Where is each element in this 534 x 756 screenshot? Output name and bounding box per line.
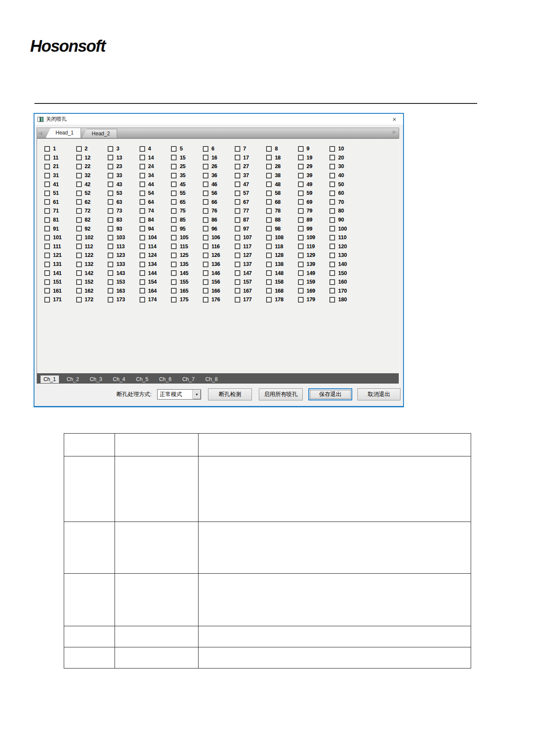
- nozzle-checkbox-131[interactable]: [44, 262, 50, 267]
- nozzle-checkbox-127[interactable]: [235, 253, 240, 258]
- tab-head_1[interactable]: Head_1: [46, 128, 81, 138]
- nozzle-checkbox-81[interactable]: [44, 217, 50, 223]
- nozzle-checkbox-73[interactable]: [108, 208, 113, 214]
- nozzle-checkbox-87[interactable]: [235, 217, 240, 223]
- nozzle-checkbox-41[interactable]: [44, 181, 50, 187]
- nozzle-checkbox-114[interactable]: [140, 244, 145, 249]
- nozzle-checkbox-59[interactable]: [298, 191, 304, 196]
- button-1[interactable]: 启用所有喷孔: [259, 388, 303, 400]
- nozzle-checkbox-13[interactable]: [108, 155, 113, 160]
- nozzle-checkbox-101[interactable]: [44, 235, 50, 241]
- nozzle-checkbox-158[interactable]: [266, 279, 272, 285]
- nozzle-checkbox-148[interactable]: [266, 270, 272, 276]
- nozzle-checkbox-153[interactable]: [108, 279, 113, 285]
- nozzle-checkbox-72[interactable]: [76, 208, 82, 214]
- nozzle-checkbox-179[interactable]: [298, 297, 304, 303]
- nozzle-checkbox-46[interactable]: [203, 181, 208, 187]
- nozzle-checkbox-18[interactable]: [266, 155, 272, 160]
- nozzle-checkbox-12[interactable]: [76, 155, 82, 160]
- nozzle-checkbox-163[interactable]: [108, 288, 113, 294]
- nozzle-checkbox-10[interactable]: [329, 146, 335, 152]
- nozzle-checkbox-9[interactable]: [298, 146, 304, 152]
- nozzle-checkbox-108[interactable]: [266, 235, 272, 241]
- nozzle-checkbox-154[interactable]: [140, 279, 145, 285]
- nozzle-checkbox-128[interactable]: [266, 253, 272, 258]
- nozzle-checkbox-24[interactable]: [140, 164, 145, 169]
- nozzle-checkbox-79[interactable]: [298, 208, 304, 214]
- nozzle-checkbox-134[interactable]: [140, 262, 145, 267]
- nozzle-checkbox-157[interactable]: [235, 279, 240, 285]
- nozzle-checkbox-53[interactable]: [108, 191, 113, 196]
- nozzle-checkbox-125[interactable]: [171, 253, 177, 258]
- nozzle-checkbox-7[interactable]: [235, 146, 240, 152]
- channel-tab-ch_3[interactable]: Ch_3: [86, 375, 106, 384]
- nozzle-checkbox-88[interactable]: [266, 217, 272, 223]
- nozzle-checkbox-80[interactable]: [329, 208, 335, 214]
- nozzle-checkbox-138[interactable]: [266, 262, 272, 267]
- nozzle-checkbox-167[interactable]: [235, 288, 240, 294]
- nozzle-checkbox-71[interactable]: [44, 208, 50, 214]
- channel-tab-ch_2[interactable]: Ch_2: [63, 375, 83, 384]
- nozzle-checkbox-49[interactable]: [298, 181, 304, 187]
- nozzle-checkbox-3[interactable]: [108, 146, 113, 152]
- nozzle-checkbox-90[interactable]: [329, 217, 335, 223]
- nozzle-checkbox-129[interactable]: [298, 253, 304, 258]
- nozzle-checkbox-124[interactable]: [140, 253, 145, 258]
- channel-tab-ch_1[interactable]: Ch_1: [40, 375, 59, 384]
- close-icon[interactable]: ×: [390, 115, 399, 123]
- nozzle-checkbox-113[interactable]: [108, 244, 113, 249]
- nozzle-checkbox-42[interactable]: [76, 181, 82, 187]
- nozzle-checkbox-68[interactable]: [266, 199, 272, 205]
- nozzle-checkbox-121[interactable]: [44, 253, 50, 258]
- nozzle-checkbox-119[interactable]: [298, 244, 304, 249]
- nozzle-checkbox-15[interactable]: [171, 155, 177, 160]
- nozzle-checkbox-36[interactable]: [203, 173, 208, 178]
- nozzle-checkbox-8[interactable]: [266, 146, 272, 152]
- nozzle-checkbox-98[interactable]: [266, 226, 272, 231]
- nozzle-checkbox-16[interactable]: [203, 155, 208, 160]
- nozzle-checkbox-164[interactable]: [140, 288, 145, 294]
- nozzle-checkbox-30[interactable]: [329, 164, 335, 169]
- nozzle-checkbox-31[interactable]: [44, 173, 50, 178]
- nozzle-checkbox-21[interactable]: [44, 164, 50, 169]
- nozzle-checkbox-117[interactable]: [235, 244, 240, 249]
- channel-tab-ch_6[interactable]: Ch_6: [155, 375, 175, 384]
- nozzle-checkbox-52[interactable]: [76, 191, 82, 196]
- nozzle-checkbox-74[interactable]: [140, 208, 145, 214]
- nozzle-checkbox-165[interactable]: [171, 288, 177, 294]
- nozzle-checkbox-126[interactable]: [203, 253, 208, 258]
- tab-scroll-left-icon[interactable]: ◁: [37, 131, 44, 135]
- nozzle-checkbox-23[interactable]: [108, 164, 113, 169]
- nozzle-checkbox-62[interactable]: [76, 199, 82, 205]
- nozzle-checkbox-107[interactable]: [235, 235, 240, 241]
- nozzle-checkbox-26[interactable]: [203, 164, 208, 169]
- button-2[interactable]: 保存退出: [308, 388, 352, 400]
- nozzle-checkbox-130[interactable]: [329, 253, 335, 258]
- nozzle-checkbox-14[interactable]: [140, 155, 145, 160]
- nozzle-checkbox-28[interactable]: [266, 164, 272, 169]
- nozzle-checkbox-77[interactable]: [235, 208, 240, 214]
- nozzle-checkbox-140[interactable]: [329, 262, 335, 267]
- nozzle-checkbox-56[interactable]: [203, 191, 208, 196]
- nozzle-checkbox-175[interactable]: [171, 297, 177, 303]
- nozzle-checkbox-102[interactable]: [76, 235, 82, 241]
- nozzle-checkbox-111[interactable]: [44, 244, 50, 249]
- tab-head_2[interactable]: Head_2: [82, 129, 117, 138]
- nozzle-checkbox-180[interactable]: [329, 297, 335, 303]
- nozzle-checkbox-64[interactable]: [140, 199, 145, 205]
- nozzle-checkbox-156[interactable]: [203, 279, 208, 285]
- nozzle-checkbox-6[interactable]: [203, 146, 208, 152]
- nozzle-checkbox-146[interactable]: [203, 270, 208, 276]
- nozzle-checkbox-27[interactable]: [235, 164, 240, 169]
- nozzle-checkbox-11[interactable]: [44, 155, 50, 160]
- nozzle-checkbox-65[interactable]: [171, 199, 177, 205]
- nozzle-checkbox-178[interactable]: [266, 297, 272, 303]
- nozzle-checkbox-32[interactable]: [76, 173, 82, 178]
- nozzle-checkbox-103[interactable]: [108, 235, 113, 241]
- nozzle-checkbox-25[interactable]: [171, 164, 177, 169]
- nozzle-checkbox-86[interactable]: [203, 217, 208, 223]
- nozzle-checkbox-147[interactable]: [235, 270, 240, 276]
- nozzle-checkbox-17[interactable]: [235, 155, 240, 160]
- nozzle-checkbox-171[interactable]: [44, 297, 50, 303]
- nozzle-checkbox-54[interactable]: [140, 191, 145, 196]
